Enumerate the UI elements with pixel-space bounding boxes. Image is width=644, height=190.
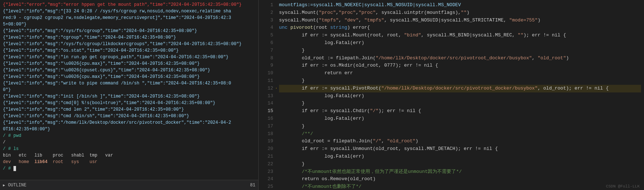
- token: ,: [336, 10, 339, 15]
- code-line: log.Fatal(err): [279, 39, 641, 47]
- terminal-line: {"level":"info","msg":"os.stat","time":"…: [3, 47, 255, 54]
- token: , syscall.MS_NOSUID|syscall.MS_STRICTATI…: [384, 17, 509, 23]
- terminal-line: {"level":"info","msg":"\u0026{cpuset.cpu…: [3, 67, 255, 74]
- line-number: 16: [262, 115, 273, 123]
- code-line: if err := syscall.Unmount(old_root, sysc…: [279, 145, 641, 153]
- terminal-line: {"level":"info","msg":"write to pipe com…: [3, 80, 255, 93]
- token: [279, 184, 302, 189]
- terminal-line: {"level":"info","msg":"init [/bin/sh ]",…: [3, 93, 255, 100]
- code-line: if err := syscall.Chdir("/"); err != nil…: [279, 107, 641, 115]
- token: "dev": [344, 17, 358, 23]
- outline-bar: ▶ OUTLINE 81: [0, 180, 258, 190]
- code-line: /*不unmount依然也能正常使用，但为了严谨还是unmount因为不需要了*…: [279, 168, 641, 176]
- code-line: syscall.Mount("proc","proc","proc", sysc…: [279, 9, 641, 17]
- code-line: }: [279, 47, 641, 55]
- token: if err := syscall.Chdir(: [279, 108, 370, 114]
- code-line: if err := os.Mkdir(old_root, 0777); err …: [279, 62, 641, 70]
- outline-arrow: ▶: [3, 183, 5, 187]
- token: "proc": [358, 10, 376, 15]
- code-line: ● if err := syscall.PivotRoot("/home/llk…: [279, 85, 641, 92]
- line-number: 9: [262, 62, 273, 70]
- code-line: unc pivoroot(root string) error{: [279, 24, 641, 32]
- terminal-panel: {"level":"error","msg":"error hppen get …: [0, 0, 259, 190]
- token: }: [279, 161, 305, 167]
- token: "tmpfs": [364, 17, 384, 23]
- token: , old_root); err != nil {: [538, 86, 609, 91]
- breakpoint-marker: ●: [276, 85, 277, 92]
- terminal-line: {"level":"info","msg":"[33 24 0:28 / /sy…: [3, 8, 255, 28]
- token: ,: [532, 55, 538, 61]
- code-lines[interactable]: mountflags:=syscall.MS_NOEXEC|syscall.MS…: [276, 1, 644, 189]
- line-number: 2: [262, 9, 273, 17]
- terminal-line: / # pwd: [3, 132, 255, 139]
- line-number: 8: [262, 55, 273, 62]
- token: return os.Remove(old_root): [279, 176, 376, 182]
- token: "/home/llk/Desktop/docker/src/pivotroot_…: [381, 86, 538, 91]
- line-number: 25: [262, 183, 273, 190]
- code-line: log.Fatal(err): [279, 153, 641, 161]
- code-line: log.Fatal(err): [279, 92, 641, 100]
- token: ) error{: [347, 25, 370, 30]
- token: "proc": [339, 10, 356, 15]
- token: log.Fatal(err): [279, 40, 364, 45]
- line-number: 15: [262, 107, 273, 115]
- terminal-line: {"level":"info","msg":"cmd /bin/sh","tim…: [3, 113, 255, 119]
- token: ); err != nil {: [523, 32, 566, 38]
- line-number: 20: [262, 145, 273, 153]
- token: }: [279, 123, 305, 129]
- token: "/home/llk/Desktop/docker/src/pivotroot_…: [376, 55, 532, 61]
- code-line: return err: [279, 70, 641, 77]
- code-line: old_root = filepath.Join("/", "old_root"…: [279, 138, 641, 145]
- token: /**/: [279, 131, 316, 136]
- line-number: 22: [262, 161, 273, 168]
- terminal-line: bin etc lib proc shabl tmp var: [3, 152, 255, 159]
- code-line: mountflags:=syscall.MS_NOEXEC|syscall.MS…: [279, 1, 641, 9]
- token: }: [279, 48, 305, 53]
- token: ,: [358, 17, 364, 23]
- line-number: 23: [262, 168, 273, 176]
- editor-panel: 1234567891011121314151617181920212223242…: [259, 0, 644, 190]
- main-layout: {"level":"error","msg":"error hppen get …: [0, 0, 644, 190]
- code-line: return os.Remove(old_root): [279, 175, 641, 183]
- line-number: 10: [262, 70, 273, 77]
- token: if err := syscall.Mount(root, root,: [279, 32, 404, 38]
- token: "old_root": [538, 55, 566, 61]
- line-number: 19: [262, 138, 273, 145]
- token: }: [279, 100, 305, 106]
- line-number: 14: [262, 100, 273, 107]
- outline-num: 81: [250, 183, 255, 188]
- terminal-content[interactable]: {"level":"error","msg":"error hppen get …: [0, 0, 258, 180]
- token: ): [566, 55, 569, 61]
- line-number: 4: [262, 24, 273, 32]
- token: "": [461, 10, 467, 15]
- token: ); err != nil {: [378, 108, 421, 114]
- code-line: /**/: [279, 130, 641, 138]
- token: mountflags:=syscall.MS_NOEXEC|syscall.MS…: [279, 2, 461, 8]
- token: }: [279, 78, 305, 83]
- token: /*不unmount也删除不了*/: [302, 184, 361, 189]
- line-number: 6: [262, 39, 273, 47]
- code-line: syscall.Mount("tmpfs", "dev", "tmpfs", s…: [279, 17, 641, 24]
- token: "tmpfs": [319, 17, 339, 23]
- line-number: 5: [262, 32, 273, 39]
- line-number: 11: [262, 77, 273, 85]
- terminal-line: {"level":"info","msg":"cmd len 2","time"…: [3, 106, 255, 113]
- code-line: }: [279, 123, 641, 130]
- terminal-line: {"level":"info","msg":"/sys/fs/cgroup/ll…: [3, 41, 255, 47]
- token: "proc": [319, 10, 336, 15]
- token: if err := syscall.PivotRoot(: [279, 86, 381, 91]
- terminal-line: /: [3, 139, 255, 146]
- line-number: 24: [262, 175, 273, 183]
- line-number: 18: [262, 130, 273, 138]
- terminal-line: {"level":"info","msg":"/sys/fs/cgroup","…: [3, 28, 255, 34]
- token: unc: [279, 25, 290, 30]
- code-line: }: [279, 100, 641, 107]
- terminal-line: / #: [3, 165, 255, 172]
- token: "old_root": [387, 138, 415, 144]
- line-number: 17: [262, 123, 273, 130]
- terminal-line: {"level":"info","msg":"in run.go get cgr…: [3, 54, 255, 60]
- token: ,: [339, 17, 345, 23]
- token: old_root = filepath.Join(: [279, 138, 373, 144]
- line-number: 12: [262, 85, 273, 92]
- token: "/": [370, 108, 378, 114]
